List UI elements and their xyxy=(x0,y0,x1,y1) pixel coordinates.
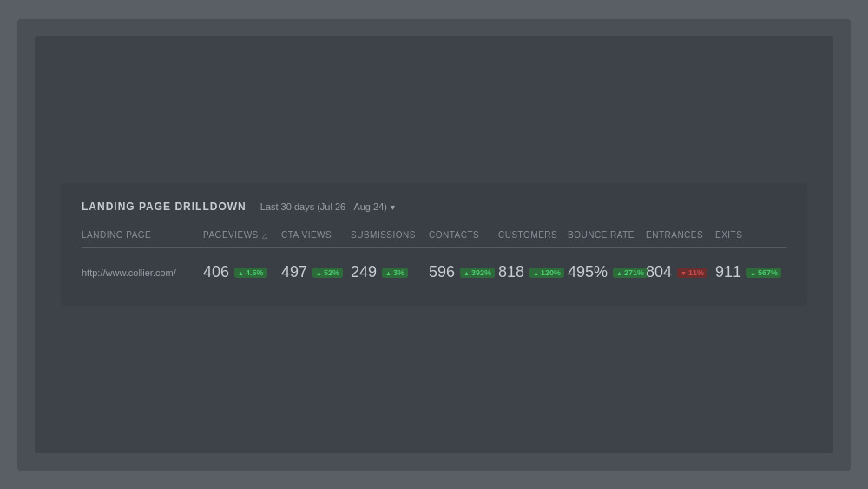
col-header-customers: Customers xyxy=(498,230,568,240)
cell-bounce-rate: 495% 271% xyxy=(568,263,646,281)
col-header-cta-views: CTA Views xyxy=(281,230,351,240)
submissions-value: 249 xyxy=(351,263,377,281)
bounce-rate-value: 495% xyxy=(568,263,608,281)
panel-header: LANDING PAGE DRILLDOWN Last 30 days (Jul… xyxy=(82,201,786,213)
date-range-label: Last 30 days (Jul 26 - Aug 24) xyxy=(260,202,387,212)
col-header-entrances: Entrances xyxy=(646,230,715,240)
up-icon xyxy=(750,268,756,277)
sort-icon: △ xyxy=(262,232,268,240)
customers-badge: 120% xyxy=(529,268,564,278)
cta-views-value: 497 xyxy=(281,263,307,281)
entrances-badge: 11% xyxy=(677,268,707,278)
chevron-down-icon: ▾ xyxy=(391,202,395,212)
col-header-landing-page: Landing Page xyxy=(82,230,203,240)
inner-container: LANDING PAGE DRILLDOWN Last 30 days (Jul… xyxy=(35,36,833,453)
pageviews-badge: 4.5% xyxy=(234,268,266,278)
cell-cta-views: 497 52% xyxy=(281,263,351,281)
contacts-value: 596 xyxy=(429,263,455,281)
entrances-value: 804 xyxy=(646,263,672,281)
pageviews-value: 406 xyxy=(203,263,229,281)
outer-container: LANDING PAGE DRILLDOWN Last 30 days (Jul… xyxy=(17,19,851,471)
col-header-exits: Exits xyxy=(715,230,785,240)
up-icon xyxy=(533,268,539,277)
cell-contacts: 596 392% xyxy=(429,263,498,281)
cell-submissions: 249 3% xyxy=(351,263,429,281)
exits-value: 911 xyxy=(715,263,741,281)
contacts-badge: 392% xyxy=(460,268,495,278)
up-icon xyxy=(616,268,622,277)
exits-badge: 567% xyxy=(746,268,781,278)
table-header: Landing Page Pageviews △ CTA Views Submi… xyxy=(82,230,786,248)
cta-views-badge: 52% xyxy=(312,268,343,278)
up-icon xyxy=(464,268,470,277)
cell-entrances: 804 11% xyxy=(646,263,715,281)
cell-landing-page[interactable]: http://www.collier.com/ xyxy=(82,268,203,278)
date-range-selector[interactable]: Last 30 days (Jul 26 - Aug 24) ▾ xyxy=(260,202,395,212)
up-icon xyxy=(238,268,244,277)
bounce-rate-badge: 271% xyxy=(613,268,648,278)
cell-exits: 911 567% xyxy=(715,263,785,281)
report-panel: LANDING PAGE DRILLDOWN Last 30 days (Jul… xyxy=(61,183,807,306)
up-icon xyxy=(316,268,322,277)
col-header-submissions: Submissions xyxy=(351,230,429,240)
cell-pageviews: 406 4.5% xyxy=(203,263,281,281)
data-table: Landing Page Pageviews △ CTA Views Submi… xyxy=(82,230,786,288)
cell-customers: 818 120% xyxy=(498,263,568,281)
panel-title: LANDING PAGE DRILLDOWN xyxy=(82,201,247,213)
up-icon xyxy=(385,268,391,277)
col-header-bounce-rate: Bounce Rate xyxy=(568,230,646,240)
down-icon xyxy=(681,268,687,277)
col-header-pageviews[interactable]: Pageviews △ xyxy=(203,230,281,240)
table-row: http://www.collier.com/ 406 4.5% xyxy=(82,256,786,288)
submissions-badge: 3% xyxy=(382,268,408,278)
col-header-contacts: Contacts xyxy=(429,230,498,240)
customers-value: 818 xyxy=(498,263,524,281)
